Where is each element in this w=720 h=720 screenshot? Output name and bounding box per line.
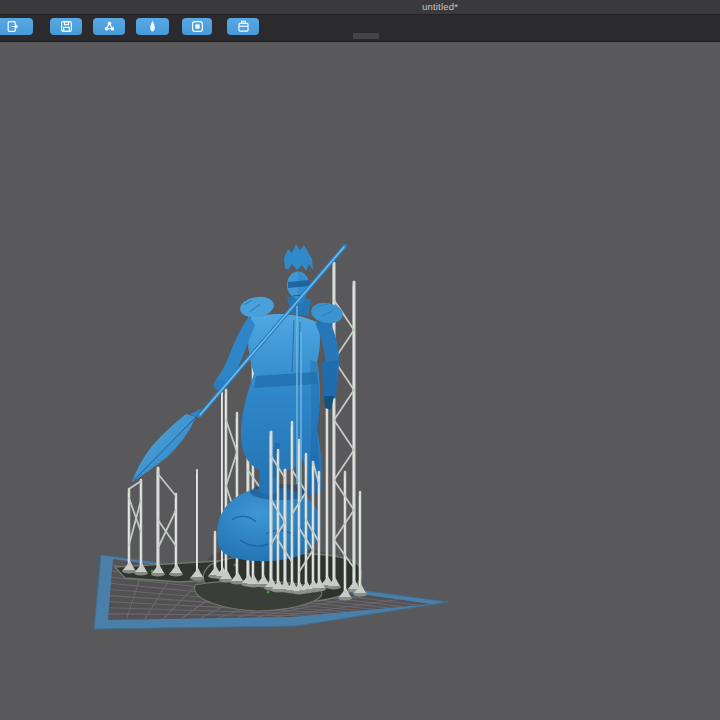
support-nodes-icon: [103, 20, 116, 33]
scene-canvas[interactable]: [0, 42, 720, 720]
titlebar: untitled*: [0, 0, 720, 15]
model-hair: [284, 244, 313, 271]
import-model-button[interactable]: [0, 18, 33, 35]
plate-icon: [191, 20, 204, 33]
slicer-app-window: { "window": { "title": "untitled*" }, "t…: [0, 0, 720, 720]
printer-icon: [237, 20, 250, 33]
3d-viewport[interactable]: [0, 42, 720, 720]
save-button[interactable]: [50, 18, 82, 35]
save-icon: [60, 20, 73, 33]
toolbar-divider: [353, 33, 379, 39]
print-button[interactable]: [227, 18, 259, 35]
document-title: untitled*: [390, 1, 490, 12]
file-import-icon: [6, 20, 19, 33]
build-plate-button[interactable]: [182, 18, 212, 35]
nozzle-icon: [146, 20, 159, 33]
extruder-button[interactable]: [136, 18, 169, 35]
toolbar: [0, 15, 720, 42]
supports-button[interactable]: [93, 18, 125, 35]
